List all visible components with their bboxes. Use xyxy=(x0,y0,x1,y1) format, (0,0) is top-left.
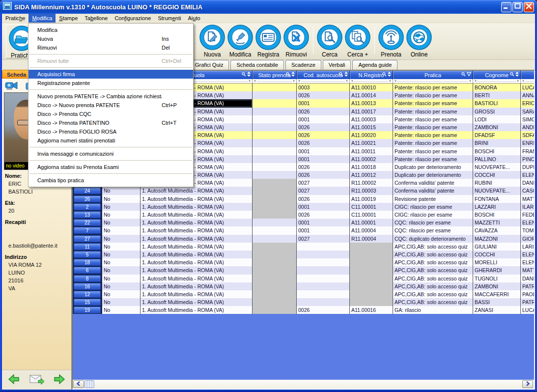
toolbar-button-registra[interactable]: Registra xyxy=(254,25,282,58)
cell-cod-autoscuola[interactable]: 0026 xyxy=(297,163,350,171)
cell-n-registro[interactable]: A11.00002 xyxy=(350,155,393,163)
cell-cognome[interactable]: MAZZONI xyxy=(473,235,521,243)
cell-pratica[interactable]: Patente: rilascio per esame xyxy=(393,99,473,107)
menubar-item-pratiche[interactable]: Pratiche xyxy=(2,14,28,23)
cell-prenota[interactable]: No xyxy=(102,211,141,219)
tab-grafici-quiz[interactable]: Grafici Quiz xyxy=(189,60,229,70)
cell-scuola[interactable]: 1. Autosoft Multimedia - ROMA (VA) xyxy=(141,275,253,282)
cell-stato-prenota[interactable] xyxy=(253,203,297,211)
tab-scheda-contabile[interactable]: Scheda contabile xyxy=(230,60,283,70)
cell-pratica[interactable]: APC,CIG,AB: solo accesso quiz xyxy=(393,282,473,290)
cell-cognome[interactable]: BOSCHI xyxy=(473,147,521,155)
cell-stato-prenota[interactable] xyxy=(253,195,297,203)
row-number-button[interactable]: 26 xyxy=(74,196,101,202)
cell-cognome[interactable]: PALLINO xyxy=(473,155,521,163)
row-number-button[interactable]: 6 xyxy=(74,267,101,274)
cell-pratica[interactable]: Patente: rilascio per esame xyxy=(393,147,473,155)
cell-stato-prenota[interactable] xyxy=(253,211,297,219)
cell-cod-autoscuola[interactable] xyxy=(297,290,350,298)
horizontal-scrollbar[interactable] xyxy=(73,380,534,389)
filter-cell[interactable]: ▼▼ xyxy=(473,79,521,84)
cell-cognome[interactable]: GROSSI xyxy=(473,108,521,115)
row-number-button[interactable]: 11 xyxy=(74,243,101,250)
toolbar-button-cerca[interactable]: Cerca xyxy=(316,25,343,58)
toolbar-button-prenota[interactable]: Prenota xyxy=(377,25,405,58)
tab-agenda-guide[interactable]: Agenda guide xyxy=(352,60,397,70)
cell-nome[interactable]: ERIC xyxy=(521,99,535,107)
cell-nome[interactable]: ANNA xyxy=(521,91,535,99)
cell-stato-prenota[interactable] xyxy=(253,108,297,115)
minimize-button[interactable] xyxy=(501,2,511,12)
cell-scuola[interactable]: 1. Autosoft Multimedia - ROMA (VA) xyxy=(141,243,253,251)
cell-pratica[interactable]: CQC: rilascio per esame xyxy=(393,226,473,234)
cell-pratica[interactable]: CIGC: rilascio per esame xyxy=(393,203,473,211)
cell-nome[interactable]: FEDER xyxy=(521,211,535,219)
cell-scuola[interactable]: 1. Autosoft Multimedia - ROMA (VA) xyxy=(141,266,253,274)
cell-n-registro[interactable]: A11.00012 xyxy=(350,171,393,179)
tab-verbali[interactable]: Verbali xyxy=(323,60,351,70)
search-icon[interactable] xyxy=(242,72,246,78)
cell-nome[interactable]: ELENA xyxy=(521,219,535,226)
cell-prenota[interactable]: No xyxy=(102,235,141,243)
toolbar-button-modifica[interactable]: Modifica xyxy=(226,25,254,58)
cell-n-registro[interactable] xyxy=(350,266,393,274)
cell-pratica[interactable]: APC,CIG,AB: solo accesso quiz xyxy=(393,266,473,274)
row-number-button[interactable]: 19 xyxy=(74,307,101,313)
cell-cognome[interactable]: ZANASI xyxy=(473,306,521,314)
column-header-pratica[interactable]: Pratica xyxy=(393,71,473,79)
cell-n-registro[interactable] xyxy=(350,243,393,251)
cell-nome[interactable]: ILARIO xyxy=(521,203,535,211)
menu-item-registrazione-patente[interactable]: Registrazione patente xyxy=(28,79,193,87)
cell-cod-autoscuola[interactable]: 0026 xyxy=(297,195,350,203)
row-number-cell[interactable]: 13 xyxy=(73,211,102,219)
cell-pratica[interactable]: Patente: rilascio per esame xyxy=(393,123,473,131)
cell-pratica[interactable]: Revisione patente xyxy=(393,195,473,203)
cell-stato-prenota[interactable] xyxy=(253,298,297,306)
cell-pratica[interactable]: APC,CIG,AB: solo accesso quiz xyxy=(393,243,473,251)
cell-cod-autoscuola[interactable]: 0001 xyxy=(297,115,350,123)
menubar-item-stampe[interactable]: Stampe xyxy=(56,14,81,23)
row-number-cell[interactable]: 19 xyxy=(73,306,102,314)
cell-cod-autoscuola[interactable] xyxy=(297,266,350,274)
toolbar-button-nuova[interactable]: Nuova xyxy=(198,25,226,58)
cell-n-registro[interactable]: A11.00014 xyxy=(350,91,393,99)
cell-cognome[interactable]: TUGNOLI xyxy=(473,275,521,282)
cell-cod-autoscuola[interactable] xyxy=(297,282,350,290)
cell-cognome[interactable]: ZAMBONI xyxy=(473,123,521,131)
cell-nome[interactable]: ELENA xyxy=(521,258,535,266)
row-number-cell[interactable]: 22 xyxy=(73,219,102,226)
cell-scuola[interactable]: 1. Autosoft Multimedia - ROMA (VA) xyxy=(141,282,253,290)
webcam-icon[interactable] xyxy=(5,80,20,93)
cell-scuola[interactable]: 1. Autosoft Multimedia - ROMA (VA) xyxy=(141,211,253,219)
cell-nome[interactable]: DANIEL xyxy=(521,179,535,187)
cell-pratica[interactable]: CQC: rilascio per esame xyxy=(393,219,473,226)
row-number-cell[interactable]: 16 xyxy=(73,282,102,290)
cell-pratica[interactable]: Duplicato per deterioramento xyxy=(393,171,473,179)
cell-cognome[interactable]: GHERARDI xyxy=(473,266,521,274)
cell-pratica[interactable]: APC,CIG,AB: solo accesso quiz xyxy=(393,275,473,282)
column-header-n-registro[interactable]: N.Registro xyxy=(350,71,393,79)
row-number-button[interactable]: 18 xyxy=(74,259,101,266)
cell-cognome[interactable]: COCCHI xyxy=(473,171,521,179)
cell-scuola[interactable]: 1. Autosoft Multimedia - ROMA (VA) xyxy=(141,251,253,258)
cell-pratica[interactable]: Patente: rilascio per esame xyxy=(393,108,473,115)
cell-nome[interactable]: ELENA xyxy=(521,251,535,258)
cell-nome[interactable]: GIORGI xyxy=(521,235,535,243)
cell-nome[interactable]: MATTIA xyxy=(521,266,535,274)
cell-scuola[interactable]: 1. Autosoft Multimedia - ROMA (VA) xyxy=(141,226,253,234)
previous-record-button[interactable] xyxy=(8,374,20,387)
toolbar-button-online[interactable]: Online xyxy=(405,25,433,58)
cell-n-registro[interactable]: A11.00021 xyxy=(350,139,393,147)
cell-pratica[interactable]: Duplicato per deterioramento xyxy=(393,163,473,171)
row-number-button[interactable]: 2 xyxy=(74,203,101,210)
cell-cod-autoscuola[interactable] xyxy=(297,258,350,266)
cell-stato-prenota[interactable] xyxy=(253,91,297,99)
menubar-item-modifica[interactable]: Modifica xyxy=(28,14,56,23)
scroll-right-button[interactable] xyxy=(522,380,533,388)
cell-stato-prenota[interactable] xyxy=(253,251,297,258)
cell-n-registro[interactable] xyxy=(350,282,393,290)
cell-cognome[interactable]: NUOVEPATE... xyxy=(473,163,521,171)
cell-cognome[interactable]: MAZZETTI xyxy=(473,219,521,226)
cell-cod-autoscuola[interactable]: 0001 xyxy=(297,155,350,163)
cell-n-registro[interactable] xyxy=(350,275,393,282)
